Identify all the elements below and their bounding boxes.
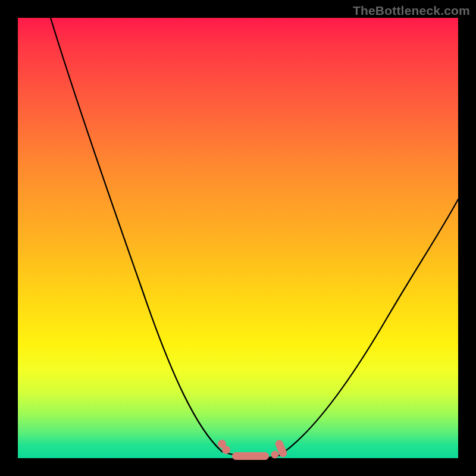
- marker-dot: [271, 451, 279, 459]
- watermark-text: TheBottleneck.com: [353, 4, 470, 18]
- curve-right-arm: [281, 199, 458, 454]
- curve-left-arm: [51, 18, 222, 452]
- marker-bar: [232, 452, 269, 460]
- chart-frame: TheBottleneck.com: [0, 0, 476, 476]
- marker-dot: [222, 446, 230, 454]
- curve-layer: [18, 18, 458, 458]
- plot-area: [18, 18, 458, 458]
